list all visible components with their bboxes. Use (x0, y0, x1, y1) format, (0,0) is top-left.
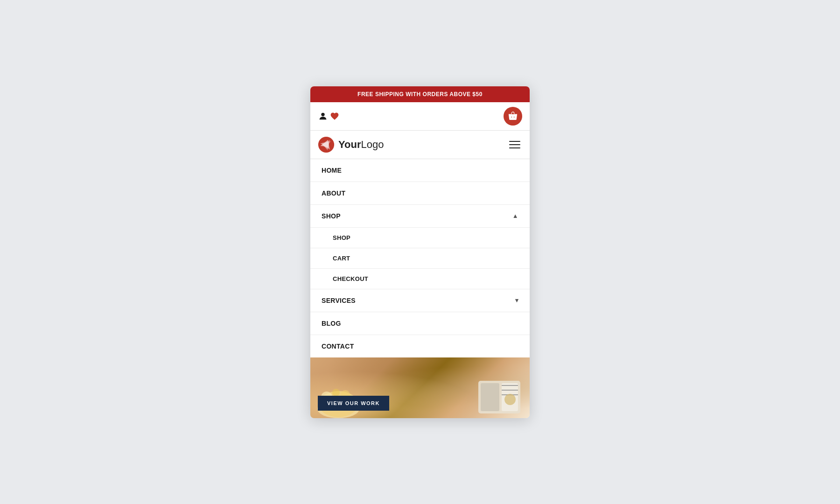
promo-banner: FREE SHIPPING WITH ORDERS ABOVE $50 (310, 86, 530, 102)
nav-item-shop[interactable]: SHOP ▲ (310, 205, 530, 228)
svg-point-8 (332, 389, 340, 396)
cart-icon (508, 111, 518, 121)
user-icon[interactable] (318, 111, 328, 121)
nav-label-about: ABOUT (322, 189, 345, 197)
logo-area[interactable]: YourLogo (318, 136, 384, 153)
nav-item-contact[interactable]: CONTACT (310, 335, 530, 357)
svg-rect-10 (481, 383, 499, 411)
nav-sub-item-shop[interactable]: SHOP (310, 228, 530, 248)
svg-point-0 (321, 112, 324, 116)
nav-menu: HOME ABOUT SHOP ▲ SHOP CART CHECKOUT SER… (310, 159, 530, 357)
promo-text: FREE SHIPPING WITH ORDERS ABOVE $50 (357, 91, 483, 98)
nav-item-services[interactable]: SERVICES ▾ (310, 289, 530, 312)
nav-label-home: HOME (322, 167, 342, 174)
hamburger-line-1 (509, 141, 520, 142)
chevron-up-icon: ▲ (512, 212, 518, 219)
nav-label-contact: CONTACT (322, 343, 354, 350)
header-bar: YourLogo (310, 131, 530, 159)
hero-image-area: VIEW OUR WORK (310, 357, 530, 418)
cushion-right-decoration (474, 371, 525, 418)
nav-sub-label-checkout: CHECKOUT (333, 275, 368, 282)
nav-item-blog[interactable]: BLOG (310, 312, 530, 335)
cart-button[interactable] (504, 107, 522, 126)
nav-item-about[interactable]: ABOUT (310, 182, 530, 205)
chevron-down-icon: ▾ (515, 297, 518, 304)
svg-point-15 (504, 394, 516, 405)
nav-sub-item-cart[interactable]: CART (310, 248, 530, 269)
nav-item-home[interactable]: HOME (310, 159, 530, 182)
hamburger-line-2 (509, 144, 520, 145)
logo-bold: Your (338, 139, 361, 150)
logo-light: Logo (361, 139, 384, 150)
nav-label-shop: SHOP (322, 212, 341, 220)
nav-sub-label-cart: CART (333, 255, 350, 262)
svg-point-1 (511, 116, 512, 117)
hamburger-line-3 (509, 147, 520, 148)
svg-point-2 (514, 116, 515, 117)
hamburger-button[interactable] (507, 139, 522, 150)
heart-icon[interactable] (330, 112, 339, 121)
phone-frame: FREE SHIPPING WITH ORDERS ABOVE $50 (310, 86, 530, 418)
nav-label-blog: BLOG (322, 320, 341, 327)
view-work-button[interactable]: VIEW OUR WORK (318, 396, 389, 411)
nav-label-services: SERVICES (322, 297, 356, 304)
user-heart-group (318, 111, 339, 121)
view-work-label: VIEW OUR WORK (327, 400, 380, 406)
logo-text: YourLogo (338, 139, 384, 151)
logo-icon (318, 136, 335, 153)
nav-sub-item-checkout[interactable]: CHECKOUT (310, 269, 530, 289)
nav-sub-label-shop: SHOP (333, 234, 350, 241)
utility-bar (310, 102, 530, 131)
